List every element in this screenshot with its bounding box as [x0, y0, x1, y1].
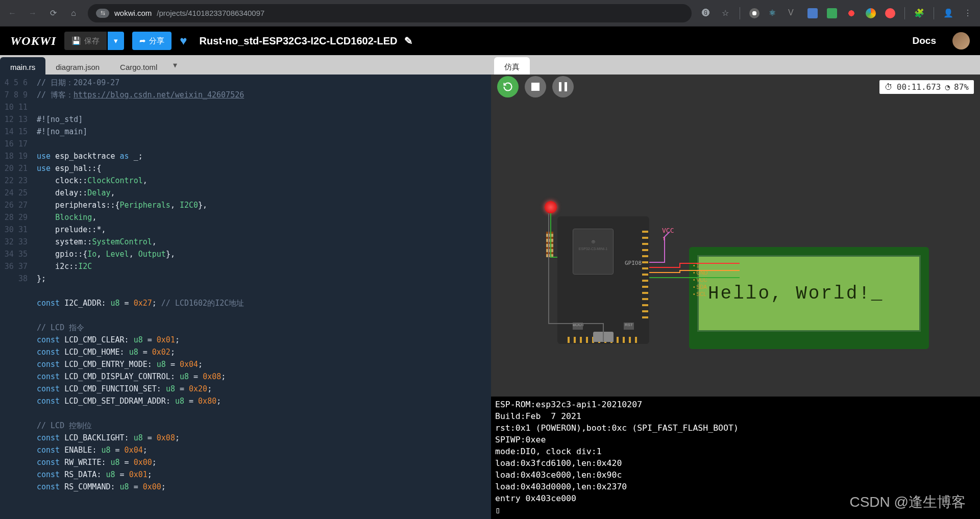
share-icon: ➦	[139, 36, 146, 45]
restart-button[interactable]	[497, 76, 519, 97]
watermark: CSDN @逢生博客	[849, 492, 966, 512]
sim-stats: ⏱00:11.673 ◔87%	[879, 80, 974, 94]
project-title: Rust-no_std-ESP32C3-I2C-LCD1602-LED ✎	[200, 35, 904, 47]
rst-button[interactable]: RST	[624, 323, 634, 330]
url-path: /projects/410182337086340097	[157, 9, 264, 17]
tab-main-rs[interactable]: main.rs	[0, 57, 45, 77]
toolbar-divider	[740, 7, 740, 19]
editor-tabs: main.rs diagram.json Cargo.toml ▾	[0, 55, 491, 75]
esp32c3-board[interactable]: ◎ESP32-C3-MINI-1 BOOT RST	[557, 216, 649, 344]
lcd-pin-labels: • 1• GND• VCC• SDA• SCL	[693, 262, 708, 298]
translate-icon[interactable]: 🅖	[701, 8, 711, 18]
toolbar-divider	[904, 7, 905, 19]
app-header: WOKWI 💾保存 ▾ ➦分享 ♥ Rust-no_std-ESP32C3-I2…	[0, 27, 980, 55]
gpio-label: GPIO8	[625, 260, 642, 266]
save-button[interactable]: 💾保存	[64, 32, 107, 50]
ext-icon-7[interactable]	[866, 8, 876, 18]
bookmark-star-icon[interactable]: ☆	[720, 8, 730, 18]
nav-forward-icon[interactable]: →	[28, 8, 38, 18]
svg-rect-2	[565, 82, 567, 91]
tab-diagram-json[interactable]: diagram.json	[45, 57, 110, 77]
stopwatch-icon: ⏱	[885, 82, 893, 92]
user-avatar[interactable]	[952, 32, 970, 50]
browser-menu-icon[interactable]: ⋮	[963, 8, 973, 18]
nav-reload-icon[interactable]: ⟳	[48, 8, 58, 18]
docs-link[interactable]: Docs	[913, 35, 936, 46]
lcd-screen: Hello, World!_	[697, 255, 921, 332]
ext-icon-z[interactable]	[807, 8, 818, 18]
tab-simulation[interactable]: 仿真	[494, 57, 530, 77]
save-dropdown-button[interactable]: ▾	[108, 32, 124, 50]
editor-gutter: 4 5 6 7 8 9 10 11 12 13 14 15 16 17 18 1…	[0, 75, 37, 285]
extensions-icon[interactable]: 🧩	[914, 8, 924, 18]
save-icon: 💾	[71, 36, 81, 45]
ext-icon-v[interactable]: V	[788, 8, 798, 18]
code-editor[interactable]: 4 5 6 7 8 9 10 11 12 13 14 15 16 17 18 1…	[0, 75, 491, 519]
gauge-icon: ◔	[945, 82, 950, 92]
tab-cargo-toml[interactable]: Cargo.toml	[110, 57, 167, 77]
profile-icon[interactable]: 👤	[943, 8, 953, 18]
nav-back-icon[interactable]: ←	[7, 8, 17, 18]
sim-canvas[interactable]: ◎ESP32-C3-MINI-1 BOOT RST VCC↑ GPIO8 • 1…	[491, 99, 980, 397]
edit-title-icon[interactable]: ✎	[404, 35, 413, 46]
lcd1602-component[interactable]: • 1• GND• VCC• SDA• SCL Hello, World!_	[689, 247, 929, 349]
boot-button[interactable]: BOOT	[573, 323, 583, 330]
url-host: wokwi.com	[114, 9, 152, 17]
simulation-pane: ⏱00:11.673 ◔87% ◎ESP32-C3-MINI-1 BOOT RS…	[491, 75, 980, 519]
sim-speed: 87%	[954, 82, 969, 92]
tabs-row: main.rs diagram.json Cargo.toml ▾ 仿真	[0, 55, 980, 75]
extension-icons: 🅖 ☆ ⚛ V 🧩 👤 ⋮	[701, 7, 973, 19]
svg-rect-1	[559, 82, 561, 91]
resistor-component[interactable]	[546, 232, 553, 257]
wokwi-logo[interactable]: WOKWI	[10, 34, 56, 48]
ext-icon-react[interactable]: ⚛	[769, 8, 779, 18]
vcc-label: VCC↑	[662, 227, 674, 242]
favorite-button[interactable]: ♥	[180, 34, 187, 48]
main-area: 4 5 6 7 8 9 10 11 12 13 14 15 16 17 18 1…	[0, 75, 980, 519]
led-component[interactable]	[545, 201, 557, 213]
share-button[interactable]: ➦分享	[132, 32, 172, 50]
lcd-line1: Hello, World!_	[708, 283, 910, 304]
stop-button[interactable]	[525, 76, 546, 97]
pause-button[interactable]	[552, 76, 574, 97]
browser-toolbar: ← → ⟳ ⌂ ⇆ wokwi.com/projects/41018233708…	[0, 0, 980, 27]
toolbar-divider	[934, 7, 934, 19]
nav-home-icon[interactable]: ⌂	[68, 8, 79, 18]
url-bar[interactable]: ⇆ wokwi.com/projects/410182337086340097	[88, 4, 692, 22]
pins-right	[642, 227, 648, 318]
esp-chip: ◎ESP32-C3-MINI-1	[573, 229, 614, 275]
ext-icon-8[interactable]	[885, 8, 895, 18]
usb-port	[593, 332, 614, 342]
ext-icon-rec[interactable]	[846, 8, 856, 18]
svg-rect-0	[531, 83, 540, 91]
ext-icon-1[interactable]	[749, 8, 760, 18]
chevron-down-icon: ▾	[114, 36, 118, 45]
editor-content[interactable]: // 日期：2024-09-27 // 博客：https://blog.csdn…	[37, 75, 491, 505]
tab-menu-icon[interactable]: ▾	[167, 55, 183, 75]
sim-time: 00:11.673	[897, 82, 941, 92]
sim-controls: ⏱00:11.673 ◔87%	[491, 75, 980, 99]
ext-icon-devtools[interactable]	[827, 8, 837, 18]
site-info-icon[interactable]: ⇆	[96, 9, 109, 18]
